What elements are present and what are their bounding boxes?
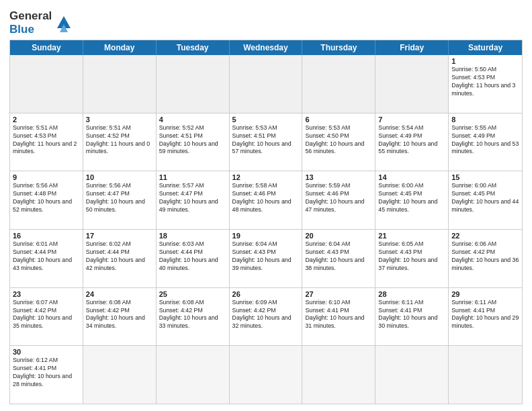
- day-number: 25: [159, 290, 226, 298]
- calendar-cell: 23Sunrise: 6:07 AM Sunset: 4:42 PM Dayli…: [10, 288, 83, 346]
- calendar-cell: 16Sunrise: 6:01 AM Sunset: 4:44 PM Dayli…: [10, 230, 83, 287]
- calendar-row-3: 16Sunrise: 6:01 AM Sunset: 4:44 PM Dayli…: [10, 230, 522, 288]
- calendar-cell: 3Sunrise: 5:51 AM Sunset: 4:52 PM Daylig…: [83, 113, 157, 171]
- cell-sun-info: Sunrise: 5:56 AM Sunset: 4:47 PM Dayligh…: [86, 182, 153, 214]
- day-number: 24: [86, 290, 153, 298]
- weekday-header-friday: Friday: [375, 40, 449, 55]
- day-number: 28: [378, 290, 445, 298]
- calendar-cell: [157, 55, 230, 113]
- calendar-cell: 24Sunrise: 6:08 AM Sunset: 4:42 PM Dayli…: [83, 288, 157, 346]
- day-number: 5: [232, 116, 300, 124]
- calendar-cell: [375, 55, 449, 113]
- day-number: 10: [86, 173, 153, 181]
- day-number: 11: [159, 173, 226, 181]
- day-number: 2: [13, 116, 80, 124]
- calendar: SundayMondayTuesdayWednesdayThursdayFrid…: [9, 40, 523, 404]
- day-number: 20: [305, 232, 372, 240]
- calendar-cell: 5Sunrise: 5:53 AM Sunset: 4:51 PM Daylig…: [230, 113, 303, 171]
- day-number: 22: [451, 232, 519, 240]
- calendar-cell: 25Sunrise: 6:08 AM Sunset: 4:42 PM Dayli…: [157, 288, 230, 346]
- cell-sun-info: Sunrise: 6:05 AM Sunset: 4:43 PM Dayligh…: [378, 240, 445, 273]
- calendar-cell: 21Sunrise: 6:05 AM Sunset: 4:43 PM Dayli…: [375, 230, 449, 287]
- calendar-cell: 19Sunrise: 6:04 AM Sunset: 4:43 PM Dayli…: [230, 230, 303, 287]
- calendar-cell: 17Sunrise: 6:02 AM Sunset: 4:44 PM Dayli…: [83, 230, 157, 287]
- cell-sun-info: Sunrise: 6:00 AM Sunset: 4:45 PM Dayligh…: [451, 182, 519, 214]
- calendar-cell: 6Sunrise: 5:53 AM Sunset: 4:50 PM Daylig…: [302, 113, 375, 171]
- cell-sun-info: Sunrise: 6:02 AM Sunset: 4:44 PM Dayligh…: [86, 240, 153, 273]
- logo-general: General: [9, 9, 52, 22]
- calendar-cell: 14Sunrise: 6:00 AM Sunset: 4:45 PM Dayli…: [375, 171, 449, 229]
- calendar-header: SundayMondayTuesdayWednesdayThursdayFrid…: [10, 40, 522, 55]
- calendar-cell: [83, 346, 157, 404]
- cell-sun-info: Sunrise: 6:08 AM Sunset: 4:42 PM Dayligh…: [159, 299, 226, 331]
- day-number: 21: [378, 232, 445, 240]
- calendar-row-0: 1Sunrise: 5:50 AM Sunset: 4:53 PM Daylig…: [10, 55, 522, 113]
- day-number: 8: [451, 116, 519, 124]
- cell-sun-info: Sunrise: 5:52 AM Sunset: 4:51 PM Dayligh…: [159, 124, 226, 156]
- logo: General Blue: [9, 9, 73, 36]
- calendar-cell: 26Sunrise: 6:09 AM Sunset: 4:42 PM Dayli…: [230, 288, 303, 346]
- weekday-header-tuesday: Tuesday: [157, 40, 230, 55]
- calendar-cell: 30Sunrise: 6:12 AM Sunset: 4:41 PM Dayli…: [10, 346, 83, 404]
- cell-sun-info: Sunrise: 6:04 AM Sunset: 4:43 PM Dayligh…: [305, 240, 372, 273]
- cell-sun-info: Sunrise: 5:54 AM Sunset: 4:49 PM Dayligh…: [378, 124, 445, 156]
- calendar-cell: 12Sunrise: 5:58 AM Sunset: 4:46 PM Dayli…: [230, 171, 303, 229]
- calendar-cell: [83, 55, 157, 113]
- calendar-cell: [302, 55, 375, 113]
- page: General Blue SundayMondayTuesdayWednesda…: [0, 0, 532, 411]
- calendar-cell: 18Sunrise: 6:03 AM Sunset: 4:44 PM Dayli…: [157, 230, 230, 287]
- weekday-header-wednesday: Wednesday: [230, 40, 303, 55]
- calendar-cell: 1Sunrise: 5:50 AM Sunset: 4:53 PM Daylig…: [449, 55, 522, 113]
- day-number: 4: [159, 116, 226, 124]
- calendar-cell: 28Sunrise: 6:11 AM Sunset: 4:41 PM Dayli…: [375, 288, 449, 346]
- cell-sun-info: Sunrise: 6:03 AM Sunset: 4:44 PM Dayligh…: [159, 240, 226, 273]
- day-number: 9: [13, 173, 80, 181]
- header: General Blue: [9, 7, 523, 36]
- day-number: 18: [159, 232, 226, 240]
- calendar-cell: 4Sunrise: 5:52 AM Sunset: 4:51 PM Daylig…: [157, 113, 230, 171]
- calendar-cell: [157, 346, 230, 404]
- day-number: 29: [451, 290, 519, 298]
- calendar-cell: [375, 346, 449, 404]
- cell-sun-info: Sunrise: 5:56 AM Sunset: 4:48 PM Dayligh…: [13, 182, 80, 214]
- calendar-cell: 9Sunrise: 5:56 AM Sunset: 4:48 PM Daylig…: [10, 171, 83, 229]
- day-number: 19: [232, 232, 300, 240]
- day-number: 1: [451, 57, 519, 65]
- cell-sun-info: Sunrise: 5:58 AM Sunset: 4:46 PM Dayligh…: [232, 182, 300, 214]
- cell-sun-info: Sunrise: 6:11 AM Sunset: 4:41 PM Dayligh…: [451, 299, 519, 331]
- calendar-cell: 8Sunrise: 5:55 AM Sunset: 4:49 PM Daylig…: [449, 113, 522, 171]
- calendar-cell: 15Sunrise: 6:00 AM Sunset: 4:45 PM Dayli…: [449, 171, 522, 229]
- day-number: 30: [13, 348, 80, 356]
- cell-sun-info: Sunrise: 6:01 AM Sunset: 4:44 PM Dayligh…: [13, 240, 80, 273]
- calendar-cell: 11Sunrise: 5:57 AM Sunset: 4:47 PM Dayli…: [157, 171, 230, 229]
- calendar-cell: [230, 55, 303, 113]
- day-number: 13: [305, 173, 372, 181]
- cell-sun-info: Sunrise: 6:10 AM Sunset: 4:41 PM Dayligh…: [305, 299, 372, 331]
- calendar-body: 1Sunrise: 5:50 AM Sunset: 4:53 PM Daylig…: [10, 55, 522, 404]
- cell-sun-info: Sunrise: 5:50 AM Sunset: 4:53 PM Dayligh…: [451, 66, 519, 98]
- cell-sun-info: Sunrise: 5:53 AM Sunset: 4:51 PM Dayligh…: [232, 124, 300, 156]
- cell-sun-info: Sunrise: 6:07 AM Sunset: 4:42 PM Dayligh…: [13, 299, 80, 331]
- day-number: 7: [378, 116, 445, 124]
- logo-blue: Blue: [9, 23, 34, 36]
- cell-sun-info: Sunrise: 5:57 AM Sunset: 4:47 PM Dayligh…: [159, 182, 226, 214]
- cell-sun-info: Sunrise: 5:55 AM Sunset: 4:49 PM Dayligh…: [451, 124, 519, 156]
- day-number: 23: [13, 290, 80, 298]
- calendar-cell: 2Sunrise: 5:51 AM Sunset: 4:53 PM Daylig…: [10, 113, 83, 171]
- logo-icon: [54, 13, 73, 32]
- calendar-row-4: 23Sunrise: 6:07 AM Sunset: 4:42 PM Dayli…: [10, 288, 522, 347]
- weekday-header-saturday: Saturday: [449, 40, 522, 55]
- calendar-cell: [302, 346, 375, 404]
- day-number: 6: [305, 116, 372, 124]
- cell-sun-info: Sunrise: 6:08 AM Sunset: 4:42 PM Dayligh…: [86, 299, 153, 331]
- calendar-cell: 13Sunrise: 5:59 AM Sunset: 4:46 PM Dayli…: [302, 171, 375, 229]
- cell-sun-info: Sunrise: 5:51 AM Sunset: 4:52 PM Dayligh…: [86, 124, 153, 156]
- cell-sun-info: Sunrise: 5:51 AM Sunset: 4:53 PM Dayligh…: [13, 124, 80, 156]
- day-number: 15: [451, 173, 519, 181]
- weekday-header-thursday: Thursday: [302, 40, 375, 55]
- day-number: 17: [86, 232, 153, 240]
- cell-sun-info: Sunrise: 6:04 AM Sunset: 4:43 PM Dayligh…: [232, 240, 300, 273]
- cell-sun-info: Sunrise: 6:09 AM Sunset: 4:42 PM Dayligh…: [232, 299, 300, 331]
- cell-sun-info: Sunrise: 6:12 AM Sunset: 4:41 PM Dayligh…: [13, 357, 80, 389]
- calendar-cell: 10Sunrise: 5:56 AM Sunset: 4:47 PM Dayli…: [83, 171, 157, 229]
